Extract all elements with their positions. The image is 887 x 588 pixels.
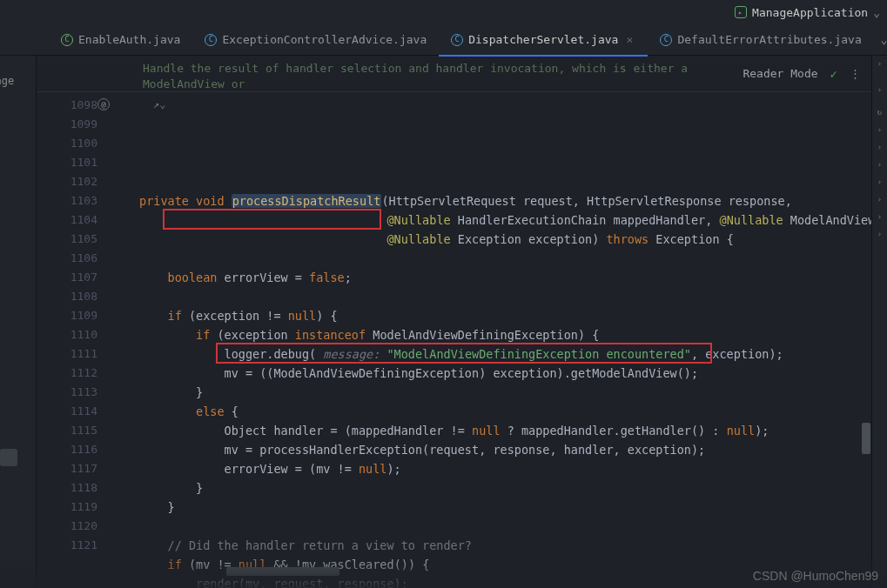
reload-icon[interactable]: ↻ [877,108,882,117]
tab-label: EnableAuth.java [78,33,180,46]
line-number: 1121 [37,536,97,555]
vertical-scrollbar-thumb[interactable] [862,423,870,454]
code-line[interactable]: Object handler = (mappedHandler != null … [113,421,871,440]
code-line[interactable]: if (exception instanceof ModelAndViewDef… [113,325,871,344]
editor-tabs: C EnableAuth.java C ExceptionControllerA… [0,24,887,56]
left-strip-marker [0,449,17,466]
line-number: 1106 [37,249,97,268]
inlay-hint-icon: ↗⌄ [153,95,165,114]
left-strip-label: anage [0,75,14,87]
watermark: CSDN @HumoChen99 [753,569,878,583]
gutter: 1098@10991100110111021103110411051106110… [37,92,113,588]
line-number: 1102 [37,172,97,191]
chevron-right-icon[interactable]: › [877,212,882,221]
code-line[interactable]: } [113,383,871,402]
chevron-right-icon[interactable]: › [877,177,882,186]
chevron-right-icon[interactable]: › [877,230,882,238]
line-number: 1117 [37,459,97,478]
code-line[interactable]: private void processDispatchResult(HttpS… [113,191,871,210]
chevron-right-icon[interactable]: › [877,195,882,204]
close-icon[interactable]: × [623,33,635,46]
code-line[interactable] [113,249,871,268]
toolbar: ▸ ManageApplication ⌄ [0,0,887,24]
line-number: 1101 [37,153,97,172]
gutter-usage-icon[interactable]: @ [97,98,110,110]
line-number: 1112 [37,364,97,383]
line-number: 1098@ [37,96,97,115]
tab-dispatcherservlet[interactable]: C DispatcherServlet.java × [439,24,648,56]
line-number: 1119 [37,498,97,517]
line-number: 1113 [37,383,97,402]
code-line[interactable]: else { [113,402,871,421]
line-number: 1120 [37,517,97,536]
chevron-right-icon[interactable]: › [877,59,882,68]
line-number: 1114 [37,402,97,421]
run-config-label: ManageApplication [752,6,868,19]
code-line[interactable]: @Nullable Exception exception) throws Ex… [113,230,871,249]
chevron-right-icon[interactable]: › [877,85,882,94]
line-number: 1100 [37,134,97,153]
line-number: 1099 [37,115,97,134]
code-line[interactable]: boolean errorView = false; [113,268,871,287]
code-line[interactable]: if (exception != null) { [113,306,871,325]
line-number: 1104 [37,210,97,230]
run-config-selector[interactable]: ▸ ManageApplication ⌄ [735,6,880,19]
tab-label: DefaultErrorAttributes.java [677,33,861,46]
line-number: 1118 [37,478,97,498]
line-number: 1115 [37,421,97,440]
line-number: 1116 [37,440,97,459]
chevron-down-icon: ⌄ [873,6,880,19]
code-line[interactable]: // Did the handler return a view to rend… [113,536,871,555]
line-number: 1103 [37,191,97,210]
code-line[interactable] [113,287,871,306]
reader-mode-toggle[interactable]: Reader Mode [743,67,817,80]
tab-overflow-chevron-icon[interactable]: ⌄ [874,33,887,46]
chevron-right-icon[interactable]: › [877,143,882,151]
line-number: 1111 [37,344,97,364]
class-icon: C [61,34,73,46]
left-tool-strip: anage [0,56,37,588]
line-number: 1105 [37,230,97,249]
tab-label: DispatcherServlet.java [468,33,618,46]
chevron-right-icon[interactable]: › [877,125,882,134]
line-number: 1107 [37,268,97,287]
run-config-icon: ▸ [735,6,747,18]
code-area[interactable]: private void processDispatchResult(HttpS… [113,92,871,588]
code-line[interactable]: errorView = (mv != null); [113,459,871,478]
more-icon[interactable]: ⋮ [850,67,863,80]
tab-defaulterrorattributes[interactable]: C DefaultErrorAttributes.java [648,24,873,56]
class-icon: C [451,34,463,46]
code-line[interactable]: logger.debug( message: "ModelAndViewDefi… [113,344,871,364]
tab-enableauth[interactable]: C EnableAuth.java [49,24,192,56]
editor[interactable]: 1098@10991100110111021103110411051106110… [37,92,871,588]
code-line[interactable] [113,517,871,536]
tab-exceptioncontrolleradvice[interactable]: C ExceptionControllerAdvice.java [192,24,439,56]
tab-label: ExceptionControllerAdvice.java [222,33,427,46]
class-icon: C [205,34,217,46]
line-number: 1109 [37,306,97,325]
code-line[interactable]: mv = ((ModelAndViewDefiningException) ex… [113,364,871,383]
code-line[interactable]: } [113,498,871,517]
javadoc-line: Handle the result of handler selection a… [143,61,691,92]
line-number: 1110 [37,325,97,344]
right-markers-strip: › › ↻ › › › › › › › [871,56,887,588]
chevron-right-icon[interactable]: › [877,160,882,169]
line-number: 1108 [37,287,97,306]
horizontal-scrollbar-thumb[interactable] [226,567,339,576]
class-icon: C [660,34,672,46]
code-line[interactable]: mv = processHandlerException(request, re… [113,440,871,459]
code-line[interactable]: } [113,478,871,498]
code-line[interactable]: @Nullable HandlerExecutionChain mappedHa… [113,210,871,230]
inspections-ok-icon[interactable]: ✓ [830,67,837,81]
